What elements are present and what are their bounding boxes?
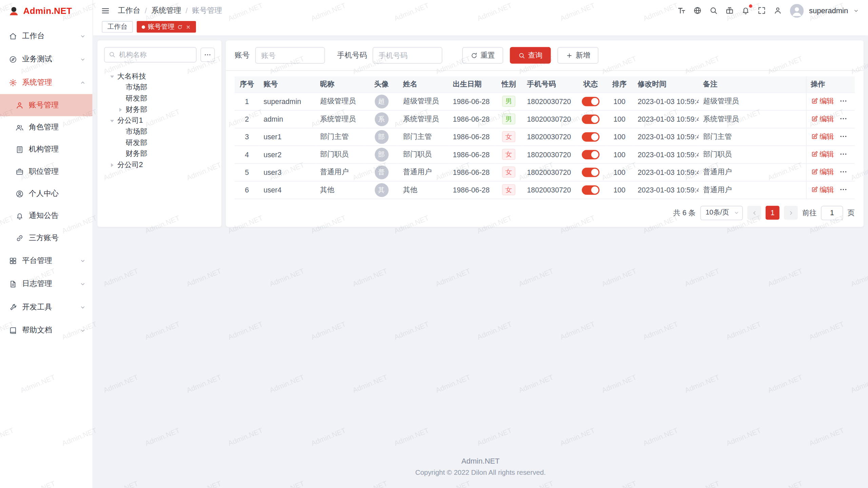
tree-node[interactable]: 财务部	[104, 104, 215, 115]
sidebar-item-post-mgmt[interactable]: 职位管理	[0, 160, 93, 182]
row-more-button[interactable]	[839, 133, 847, 141]
bell-icon	[16, 211, 24, 220]
tree-node[interactable]: 市场部	[104, 126, 215, 137]
next-page-button[interactable]	[784, 206, 798, 220]
tabs-bar: 工作台账号管理	[93, 21, 868, 36]
org-search-input[interactable]	[104, 47, 197, 63]
tab-account-mgmt[interactable]: 账号管理	[137, 21, 196, 33]
sidebar-item-label: 账号管理	[29, 100, 86, 110]
tree-node[interactable]: 研发部	[104, 93, 215, 104]
tab-close-icon[interactable]	[185, 24, 191, 29]
toggle-knob	[591, 98, 598, 105]
breadcrumb-item[interactable]: 工作台	[118, 5, 140, 15]
status-toggle[interactable]	[582, 114, 599, 124]
gender-badge: 男	[502, 96, 515, 107]
cell-nickname: 其他	[316, 181, 364, 199]
sidebar-item-workbench[interactable]: 工作台	[0, 24, 93, 48]
table-row: 3user1部门主管部部门主管1986-06-28女18020030720100…	[235, 128, 855, 145]
tab-workbench[interactable]: 工作台	[102, 21, 133, 33]
breadcrumb-item[interactable]: 账号管理	[192, 5, 222, 15]
add-button[interactable]: 新增	[557, 47, 598, 64]
user-avatar[interactable]	[790, 4, 804, 18]
caret-down-icon[interactable]	[108, 117, 116, 124]
cell-birth: 1986-06-28	[448, 128, 495, 145]
row-more-button[interactable]	[839, 115, 847, 123]
sidebar-item-business-test[interactable]: 业务测试	[0, 47, 93, 71]
sidebar-item-log-mgmt[interactable]: 日志管理	[0, 272, 93, 296]
app-logo[interactable]: Admin.NET	[0, 0, 93, 22]
edit-button[interactable]: 编辑	[811, 131, 834, 141]
caret-right-icon[interactable]	[117, 106, 124, 113]
sidebar-item-third-account[interactable]: 三方账号	[0, 227, 93, 249]
file-icon	[9, 280, 17, 288]
sidebar-item-label: 平台管理	[22, 256, 75, 265]
edit-button[interactable]: 编辑	[811, 149, 834, 159]
goto-page-input[interactable]	[821, 206, 843, 220]
edit-button[interactable]: 编辑	[811, 114, 834, 124]
menu-collapse-icon[interactable]	[101, 6, 110, 15]
cell-remark: 超级管理员	[698, 93, 806, 110]
sidebar-item-account-mgmt[interactable]: 账号管理	[0, 94, 93, 116]
edit-button[interactable]: 编辑	[811, 185, 834, 195]
gift-icon[interactable]	[726, 6, 734, 15]
status-toggle[interactable]	[582, 97, 599, 106]
chevron-right-icon	[787, 209, 794, 216]
caret-down-icon[interactable]	[108, 73, 116, 80]
sidebar-item-org-mgmt[interactable]: 机构管理	[0, 138, 93, 160]
account-filter-input[interactable]	[255, 47, 325, 64]
status-toggle[interactable]	[582, 167, 599, 177]
avatar: 其	[374, 183, 388, 197]
tree-node[interactable]: 分公司2	[104, 159, 215, 170]
cell-actions: 编辑	[806, 128, 855, 145]
row-more-button[interactable]	[839, 185, 847, 194]
chevron-up-icon	[80, 79, 86, 85]
reset-button[interactable]: 重置	[462, 47, 503, 64]
status-toggle[interactable]	[582, 150, 599, 159]
edit-button[interactable]: 编辑	[811, 167, 834, 177]
tree-node[interactable]: 市场部	[104, 82, 215, 93]
row-more-button[interactable]	[839, 97, 847, 105]
sidebar-item-role-mgmt[interactable]: 角色管理	[0, 116, 93, 138]
row-more-button[interactable]	[839, 168, 847, 176]
cell-nickname: 系统管理员	[316, 110, 364, 128]
sidebar-item-help-docs[interactable]: 帮助文档	[0, 319, 93, 342]
tab-refresh-icon[interactable]	[177, 24, 182, 29]
fullscreen-icon[interactable]	[757, 6, 766, 15]
prev-page-button[interactable]	[747, 206, 761, 220]
org-more-button[interactable]	[200, 47, 215, 62]
footer: Admin.NET Copyright © 2022 Dilon All rig…	[97, 451, 864, 484]
tree-node[interactable]: 财务部	[104, 148, 215, 160]
caret-right-icon[interactable]	[108, 161, 116, 168]
chevron-down-icon	[80, 258, 86, 264]
tree-node[interactable]: 分公司1	[104, 115, 215, 126]
status-toggle[interactable]	[582, 185, 599, 195]
phone-filter-input[interactable]	[373, 47, 442, 64]
sidebar-item-platform-mgmt[interactable]: 平台管理	[0, 249, 93, 272]
query-button[interactable]: 查询	[510, 47, 551, 64]
breadcrumb-item[interactable]: 系统管理	[151, 5, 181, 15]
person-icon[interactable]	[774, 6, 783, 15]
status-toggle[interactable]	[582, 132, 599, 141]
more-icon	[204, 51, 212, 59]
sidebar-item-dev-tools[interactable]: 开发工具	[0, 296, 93, 319]
row-more-button[interactable]	[839, 150, 847, 158]
gender-badge: 女	[502, 166, 515, 178]
sidebar-item-notice[interactable]: 通知公告	[0, 205, 93, 227]
username[interactable]: superadmin	[809, 6, 848, 15]
table-row: 4user2部门职员部部门职员1986-06-28女18020030720100…	[235, 145, 855, 163]
sidebar-item-personal-center[interactable]: 个人中心	[0, 183, 93, 205]
bell-icon[interactable]	[742, 6, 750, 15]
edit-button[interactable]: 编辑	[811, 96, 834, 106]
sidebar-item-system-mgmt[interactable]: 系统管理	[0, 71, 93, 94]
chevron-down-icon[interactable]	[853, 7, 859, 14]
tree-node[interactable]: 研发部	[104, 137, 215, 148]
cell-gender: 女	[495, 163, 523, 181]
font-size-icon[interactable]	[677, 6, 686, 15]
edit-label: 编辑	[820, 96, 834, 106]
search-icon[interactable]	[709, 6, 718, 15]
page-size-select[interactable]: 10条/页	[700, 206, 743, 220]
cell-no: 1	[235, 93, 259, 110]
tree-node[interactable]: 大名科技	[104, 71, 215, 82]
globe-icon[interactable]	[693, 6, 702, 15]
current-page[interactable]: 1	[766, 206, 780, 220]
